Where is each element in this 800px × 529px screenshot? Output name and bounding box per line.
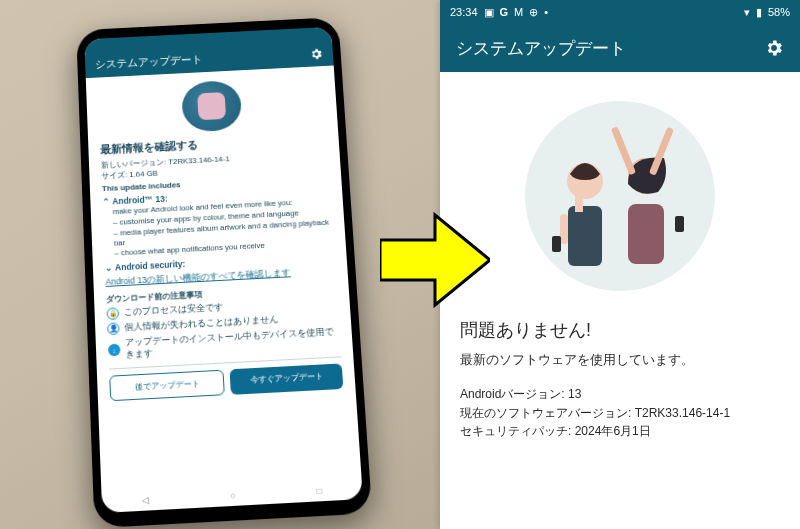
svg-marker-0 bbox=[380, 215, 490, 305]
gear-icon[interactable] bbox=[764, 38, 784, 58]
success-illustration bbox=[460, 96, 780, 296]
lock-icon: 🔒 bbox=[107, 307, 120, 320]
info-android-row: Androidバージョン: 13 bbox=[460, 385, 780, 404]
update-now-button[interactable]: 今すぐアップデート bbox=[230, 363, 344, 394]
battery-percent: 58% bbox=[768, 6, 790, 18]
status-left: 23:34 ▣ G M ⊕ • bbox=[450, 6, 548, 19]
sw-version-label: 現在のソフトウェアバージョン: bbox=[460, 406, 631, 420]
status-right: ▾ ▮ 58% bbox=[744, 6, 790, 19]
status-more-icon: ⊕ bbox=[529, 6, 538, 19]
status-subtext: 最新のソフトウェアを使用しています。 bbox=[460, 352, 780, 369]
info-patch-row: セキュリティパッチ: 2024年6月1日 bbox=[460, 422, 780, 441]
transition-arrow-icon bbox=[380, 210, 490, 310]
phone-body: 最新情報を確認する 新しいバージョン: T2RK33.146-14-1 サイズ:… bbox=[86, 65, 362, 491]
status-gmail-icon: M bbox=[514, 6, 523, 18]
download-icon: ↓ bbox=[108, 343, 121, 356]
status-nfc-icon: ▣ bbox=[484, 6, 494, 19]
left-photo-pane: システムアップデート 最新情報を確認する 新しいバージョン: T2RK33.14… bbox=[0, 0, 440, 529]
app-header: システムアップデート bbox=[440, 24, 800, 72]
phone-illustration bbox=[98, 75, 326, 136]
nav-home-icon[interactable]: ○ bbox=[230, 490, 236, 501]
user-icon: 👤 bbox=[107, 322, 120, 335]
svg-point-1 bbox=[525, 101, 715, 291]
battery-icon: ▮ bbox=[756, 6, 762, 19]
nav-back-icon[interactable]: ◁ bbox=[142, 494, 150, 505]
app-title: システムアップデート bbox=[456, 37, 626, 60]
right-body: 問題ありません! 最新のソフトウェアを使用しています。 Androidバージョン… bbox=[440, 72, 800, 457]
security-patch-value: 2024年6月1日 bbox=[575, 424, 651, 438]
nav-recent-icon[interactable]: □ bbox=[316, 485, 322, 496]
status-google-icon: G bbox=[500, 6, 509, 18]
phone-button-row: 後でアップデート 今すぐアップデート bbox=[109, 356, 343, 401]
svg-rect-11 bbox=[552, 236, 561, 252]
wifi-icon: ▾ bbox=[744, 6, 750, 19]
status-time: 23:34 bbox=[450, 6, 478, 18]
svg-rect-2 bbox=[568, 206, 602, 266]
note-text: このプロセスは安全です bbox=[124, 301, 224, 318]
phone-frame: システムアップデート 最新情報を確認する 新しいバージョン: T2RK33.14… bbox=[76, 17, 372, 528]
info-sw-row: 現在のソフトウェアバージョン: T2RK33.146-14-1 bbox=[460, 404, 780, 423]
phone-screen: システムアップデート 最新情報を確認する 新しいバージョン: T2RK33.14… bbox=[84, 26, 363, 512]
gear-icon[interactable] bbox=[309, 46, 323, 60]
status-dot-icon: • bbox=[544, 6, 548, 18]
status-heading: 問題ありません! bbox=[460, 318, 780, 342]
phone-app-title: システムアップデート bbox=[95, 52, 203, 72]
statusbar: 23:34 ▣ G M ⊕ • ▾ ▮ 58% bbox=[440, 0, 800, 24]
security-patch-label: セキュリティパッチ: bbox=[460, 424, 571, 438]
svg-rect-5 bbox=[560, 214, 568, 244]
svg-rect-10 bbox=[675, 216, 684, 232]
android-version-label: Androidバージョン: bbox=[460, 387, 565, 401]
sw-version-value: T2RK33.146-14-1 bbox=[635, 406, 730, 420]
svg-rect-6 bbox=[628, 204, 664, 264]
svg-rect-4 bbox=[575, 194, 583, 212]
android-version-value: 13 bbox=[568, 387, 581, 401]
right-screenshot-pane: 23:34 ▣ G M ⊕ • ▾ ▮ 58% システムアップデート bbox=[440, 0, 800, 529]
update-later-button[interactable]: 後でアップデート bbox=[109, 369, 225, 401]
